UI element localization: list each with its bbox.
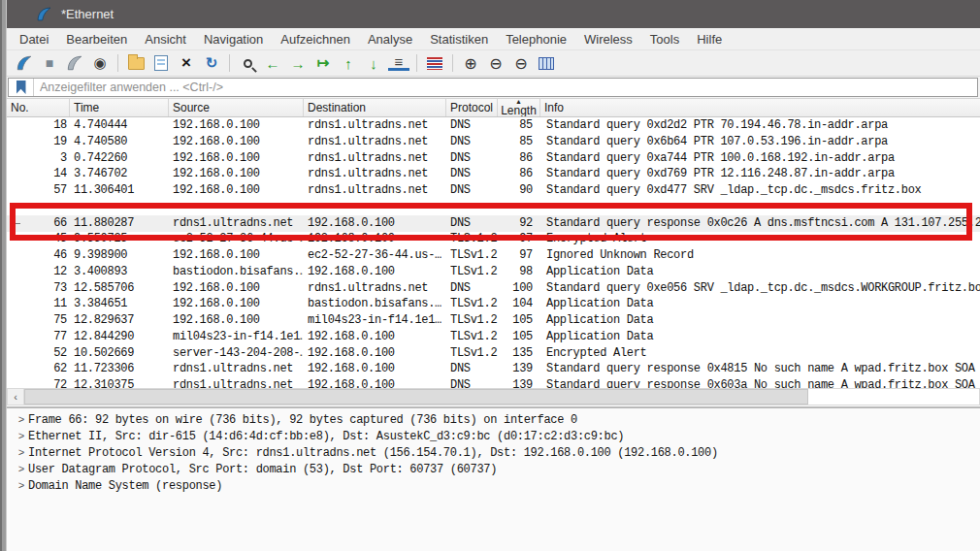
close-file-icon[interactable]: ×	[176, 52, 197, 74]
column-header-protocol[interactable]: Protocol	[446, 99, 498, 116]
menu-item-analyse[interactable]: Analyse	[359, 32, 421, 47]
packet-row[interactable]: 5711.306401192.168.0.100rdns1.ultradns.n…	[7, 182, 980, 199]
packet-row[interactable]: 5210.502669server-143-204-208-…192.168.0…	[7, 345, 980, 362]
cell-src: rdns1.ultradns.net	[173, 377, 303, 388]
column-header-time[interactable]: Time	[70, 99, 169, 116]
cell-proto: TLSv1.2	[450, 247, 498, 264]
detail-text: Internet Protocol Version 4, Src: rdns1.…	[28, 445, 980, 462]
first-packet-icon[interactable]: ↑	[338, 52, 359, 74]
expand-icon[interactable]: >	[15, 478, 28, 495]
reload-file-icon[interactable]: ↻	[201, 52, 222, 74]
cell-dst: rdns1.ultradns.net	[308, 134, 445, 150]
menu-item-hilfe[interactable]: Hilfe	[688, 32, 731, 47]
scroll-left-button[interactable]: ‹	[8, 389, 24, 405]
toolbar-separator	[229, 54, 230, 72]
zoom-out-icon[interactable]: ⊖	[485, 52, 506, 74]
column-header-length[interactable]: ▲ Length	[498, 99, 540, 116]
cell-info: Standard query 0xd769 PTR 12.116.248.87.…	[546, 166, 980, 182]
expand-icon[interactable]: >	[15, 429, 28, 445]
cell-time: 12.585706	[74, 280, 167, 297]
cell-proto: DNS	[450, 150, 498, 167]
display-filter-box[interactable]	[8, 78, 978, 97]
menu-item-statistiken[interactable]: Statistiken	[421, 32, 497, 47]
capture-options-icon[interactable]: ◉	[89, 52, 111, 74]
column-header-info[interactable]: Info	[540, 99, 980, 116]
save-file-icon[interactable]	[150, 52, 172, 74]
cell-proto: DNS	[450, 134, 498, 150]
cell-proto: TLSv1.2	[450, 329, 498, 345]
cell-dst: rdns1.ultradns.net	[308, 150, 445, 167]
menu-item-navigation[interactable]: Navigation	[195, 32, 272, 47]
detail-line[interactable]: >Domain Name System (response)	[7, 478, 980, 495]
packet-row[interactable]: 6211.723306rdns1.ultradns.net192.168.0.1…	[7, 361, 980, 377]
colorize-icon[interactable]	[424, 52, 445, 74]
last-packet-icon[interactable]: ↓	[363, 52, 384, 74]
packet-row[interactable]: 7512.829637192.168.0.100mil04s23-in-f14.…	[7, 312, 980, 329]
horizontal-scrollbar[interactable]: ‹	[7, 388, 980, 405]
cell-proto: TLSv1.2	[450, 231, 498, 247]
packet-row[interactable]	[7, 199, 980, 215]
packet-row[interactable]: 7712.844290mil04s23-in-f14.1e1…192.168.0…	[7, 329, 980, 345]
stop-capture-icon[interactable]: ■	[39, 52, 60, 74]
menu-item-datei[interactable]: Datei	[11, 32, 57, 47]
cell-no: 72	[7, 377, 67, 388]
column-header-no[interactable]: No.	[7, 99, 70, 116]
cell-time: 9.550725	[74, 231, 167, 247]
cell-no: 73	[7, 280, 67, 297]
resize-columns-icon[interactable]	[536, 52, 557, 74]
column-header-source[interactable]: Source	[169, 99, 304, 116]
start-capture-icon[interactable]	[14, 52, 35, 74]
column-header-destination[interactable]: Destination	[304, 99, 446, 116]
autoscroll-icon[interactable]: ≡	[388, 55, 409, 71]
packet-row[interactable]: 7212.310375rdns1.ultradns.net192.168.0.1…	[7, 377, 980, 388]
bookmark-icon[interactable]	[9, 79, 34, 96]
packet-row[interactable]: 469.398900192.168.0.100ec2-52-27-36-44.u…	[7, 247, 980, 264]
expand-icon[interactable]: >	[15, 412, 28, 429]
packet-row[interactable]: 123.400893bastiodon.bisafans.…192.168.0.…	[7, 264, 980, 280]
packet-row[interactable]: 7312.585706192.168.0.100rdns1.ultradns.n…	[7, 280, 980, 297]
cell-info: Standard query 0xd477 SRV _ldap._tcp.dc.…	[546, 182, 980, 199]
next-packet-icon[interactable]: →	[287, 52, 309, 74]
packet-row[interactable]: 113.384651192.168.0.100bastiodon.bisafan…	[7, 296, 980, 312]
cell-src: 192.168.0.100	[173, 296, 303, 312]
menu-item-ansicht[interactable]: Ansicht	[136, 32, 195, 47]
cell-src: ec2-52-27-36-44.us-…	[173, 231, 303, 247]
cell-no: 19	[7, 134, 67, 150]
restart-capture-icon[interactable]	[64, 52, 85, 74]
menu-item-tools[interactable]: Tools	[641, 32, 688, 47]
packet-row[interactable]: 143.746702192.168.0.100rdns1.ultradns.ne…	[7, 166, 980, 182]
scrollbar-thumb[interactable]	[24, 389, 808, 405]
previous-packet-icon[interactable]: ←	[262, 52, 283, 74]
open-file-icon[interactable]	[125, 52, 147, 74]
cell-len: 85	[498, 134, 533, 150]
detail-line[interactable]: >User Datagram Protocol, Src Port: domai…	[7, 462, 980, 478]
display-filter-input[interactable]	[34, 81, 977, 94]
packet-row[interactable]: 6611.880287rdns1.ultradns.net192.168.0.1…	[7, 215, 980, 232]
zoom-normal-icon[interactable]: ⊖	[510, 52, 532, 74]
cell-len: 98	[498, 264, 533, 280]
find-packet-icon[interactable]	[237, 52, 258, 74]
detail-line[interactable]: >Ethernet II, Src: dir-615 (14:d6:4d:cf:…	[7, 429, 980, 445]
detail-text: Domain Name System (response)	[28, 478, 980, 495]
cell-no: 3	[7, 150, 67, 167]
packet-row[interactable]: 194.740580192.168.0.100rdns1.ultradns.ne…	[7, 134, 980, 150]
cell-proto: DNS	[450, 280, 498, 297]
menu-item-aufzeichnen[interactable]: Aufzeichnen	[272, 32, 359, 47]
packet-row[interactable]: 184.740444192.168.0.100rdns1.ultradns.ne…	[7, 117, 980, 134]
packet-row[interactable]: 459.550725ec2-52-27-36-44.us-…192.168.0.…	[7, 231, 980, 247]
menu-item-bearbeiten[interactable]: Bearbeiten	[57, 32, 136, 47]
expand-icon[interactable]: >	[15, 462, 28, 478]
detail-line[interactable]: >Internet Protocol Version 4, Src: rdns1…	[7, 445, 980, 462]
detail-text: Frame 66: 92 bytes on wire (736 bits), 9…	[28, 412, 980, 429]
packet-row[interactable]: 30.742260192.168.0.100rdns1.ultradns.net…	[7, 150, 980, 167]
detail-line[interactable]: >Frame 66: 92 bytes on wire (736 bits), …	[7, 412, 980, 429]
zoom-in-icon[interactable]: ⊕	[460, 52, 481, 74]
cell-info: Standard query 0x6b64 PTR 107.0.53.196.i…	[546, 134, 980, 150]
goto-packet-icon[interactable]: ↦	[312, 52, 334, 74]
cell-time: 10.502669	[74, 345, 167, 362]
cell-dst: rdns1.ultradns.net	[308, 117, 445, 134]
expand-icon[interactable]: >	[15, 445, 28, 462]
cell-proto: DNS	[450, 361, 498, 377]
menu-item-telephonie[interactable]: Telephonie	[497, 32, 575, 47]
menu-item-wireless[interactable]: Wireless	[575, 32, 641, 47]
